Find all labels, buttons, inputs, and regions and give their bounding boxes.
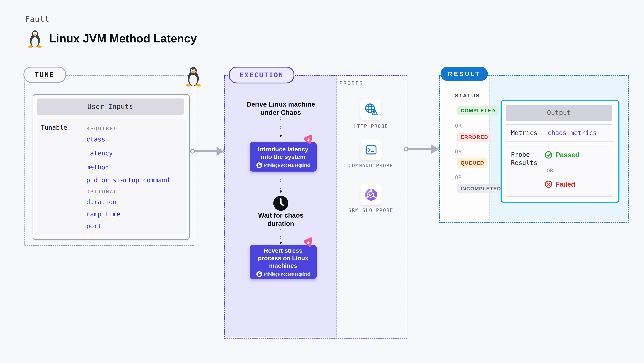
- step-title: Revert stress process on Linux machines: [253, 247, 314, 269]
- diagram-canvas: Fault Linux JVM Method Latency TUNE User…: [0, 0, 644, 363]
- or-separator: OR: [455, 148, 462, 155]
- metrics-value: chaos metrics: [548, 129, 597, 136]
- execution-badge: EXECUTION: [229, 66, 294, 84]
- or-separator: OR: [455, 122, 462, 129]
- or-separator: OR: [546, 167, 553, 174]
- terminal-icon: [364, 143, 378, 157]
- flow-arrow: [190, 145, 227, 158]
- http-probe-card: [360, 99, 382, 120]
- tux-penguin-icon: [186, 66, 200, 87]
- lock-icon: [256, 162, 262, 168]
- tunable-item: method: [86, 164, 109, 171]
- tunable-item: latency: [86, 150, 113, 157]
- optional-column-header: OPTIONAL: [86, 189, 118, 195]
- srm-slo-probe-label: SRM SLO PROBE: [348, 207, 394, 214]
- flow-arrow: [404, 143, 442, 156]
- dotted-arrow-icon: [280, 174, 282, 194]
- user-inputs-title: User Inputs: [37, 98, 184, 114]
- probes-divider: [336, 76, 337, 337]
- tux-penguin-icon: [28, 30, 42, 48]
- check-circle-icon: [544, 151, 553, 159]
- passed-result: Passed: [544, 151, 579, 159]
- privilege-note: Privilege access required: [264, 272, 310, 277]
- page-title: Linux JVM Method Latency: [49, 32, 197, 45]
- required-column-header: REQUIRED: [86, 126, 118, 132]
- dotted-arrow-icon: [280, 118, 282, 138]
- tune-badge: TUNE: [24, 66, 66, 83]
- tunable-item: port: [86, 222, 101, 230]
- slo-gauge-icon: [364, 188, 378, 202]
- step-title: Introduce latency into the system: [253, 146, 314, 160]
- wait-step-label: Wait for chaos duration: [254, 211, 308, 228]
- privilege-note-row: Privilege access required: [256, 162, 310, 168]
- failed-label: Failed: [556, 180, 575, 188]
- status-badge-errored: ERRORED: [458, 132, 492, 142]
- tunable-row-label: Tunable: [41, 124, 67, 131]
- fault-kicker: Fault: [25, 15, 50, 24]
- introduce-latency-step: Introduce latency into the system Privil…: [250, 142, 317, 172]
- tunable-item: ramp time: [86, 210, 120, 218]
- chaos-badge-icon: [303, 237, 314, 248]
- result-badge: RESULT: [440, 66, 488, 81]
- probes-column-header: PROBES: [339, 80, 364, 86]
- or-separator: OR: [455, 174, 462, 180]
- status-divider: [489, 76, 490, 221]
- privilege-note: Privilege access required: [264, 163, 310, 168]
- passed-label: Passed: [556, 151, 579, 159]
- globe-alert-icon: [364, 102, 378, 117]
- srm-slo-probe-card: [360, 184, 382, 205]
- http-probe-label: HTTP PROBE: [348, 123, 394, 130]
- metrics-label: Metrics: [511, 129, 538, 136]
- status-column-header: STATUS: [455, 93, 480, 99]
- clock-icon: [273, 196, 289, 211]
- command-probe-card: [360, 139, 382, 160]
- dotted-arrow-icon: [280, 229, 282, 245]
- lock-icon: [256, 271, 262, 277]
- revert-stress-step: Revert stress process on Linux machines …: [250, 245, 317, 279]
- status-badge-incompleted: INCOMPLETED: [458, 184, 504, 194]
- x-circle-icon: [544, 180, 553, 188]
- privilege-note-row: Privilege access required: [256, 271, 310, 277]
- derive-step-label: Derive Linux machine under Chaos: [245, 100, 317, 117]
- tunable-item: class: [86, 136, 105, 143]
- output-card-title: Output: [506, 104, 612, 121]
- chaos-badge-icon: [303, 134, 314, 146]
- tunable-item: duration: [86, 198, 116, 206]
- command-probe-label: COMMAND PROBE: [348, 162, 394, 169]
- status-badge-completed: COMPLETED: [458, 106, 498, 115]
- failed-result: Failed: [544, 180, 575, 188]
- probe-results-label: Probe Results: [511, 150, 542, 167]
- status-badge-queued: QUEUED: [458, 158, 488, 168]
- tunable-item: pid or startup command: [86, 176, 170, 184]
